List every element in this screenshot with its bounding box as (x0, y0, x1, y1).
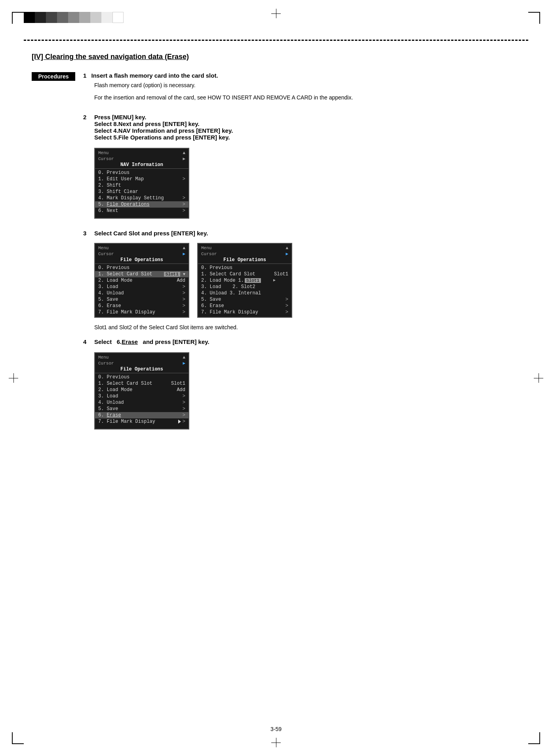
menu2a-header: File Operations (95, 257, 188, 264)
menu2a-item6: 6. Erase> (95, 303, 188, 309)
menu1-item4: 4. Mark Display Setting> (95, 195, 188, 201)
menu3-cursor: Cursor▶ (95, 360, 188, 366)
step2-number: 2 (83, 114, 91, 120)
menu2b-top: Menu▲ (198, 245, 291, 251)
menu2a-item7: 7. File Mark Display> (95, 309, 188, 315)
menu3-item3: 3. Load> (95, 393, 188, 399)
step4-block: 4 Select 6.Erase and press [ENTER] key. … (83, 338, 520, 433)
step4-number: 4 (83, 338, 91, 345)
step2-line1: Press [MENU] key. (94, 114, 233, 120)
menu2b-item7: 7. File Mark Display> (198, 309, 291, 315)
step2-line3: Select 4.NAV Information and press [ENTE… (94, 127, 233, 134)
menu1-item5-selected: 5. File Operations> (95, 201, 188, 208)
step3-note: Slot1 and Slot2 of the Select Card Slot … (94, 324, 520, 330)
menu-screenshot-2b: Menu▲ Cursor▶ File Operations 0. Previou… (197, 243, 292, 318)
menu2b-item4: 4. Unload 3. Internal (198, 290, 291, 296)
menu2a-item5: 5. Save> (95, 296, 188, 303)
step1-desc1: Flash memory card (option) is necessary. (94, 81, 520, 90)
crosshair-bottom (271, 738, 281, 747)
step3-title: Select Card Slot and press [ENTER] key. (94, 230, 208, 237)
color-bar (24, 12, 124, 23)
menu3-item1: 1. Select Card SlotSlot1 (95, 380, 188, 387)
step1-desc2: For the insertion and removal of the car… (94, 94, 520, 102)
step3-number: 3 (83, 230, 91, 237)
crosshair-left (9, 373, 18, 383)
menu-screenshot-1: Menu ▲ Cursor ▶ NAV Information 0. Previ… (94, 148, 189, 219)
menu2b-item5: 5. Save> (198, 296, 291, 303)
menu3-top: Menu▲ (95, 355, 188, 360)
step2-block: 2 Press [MENU] key. Select 8.Next and pr… (83, 114, 520, 222)
step1-number: 1 (83, 72, 86, 79)
menu2a-item4: 4. Unload> (95, 290, 188, 296)
step2-line2: Select 8.Next and press [ENTER] key. (94, 120, 233, 127)
menu1-cursor: Cursor ▶ (95, 156, 188, 162)
menu2a-item2: 2. Load ModeAdd (95, 277, 188, 284)
dashed-separator (24, 40, 528, 41)
crosshair-right (534, 373, 543, 383)
step1-row: Procedures 1 Insert a flash memory card … (32, 72, 520, 106)
menu2b-item0: 0. Previous (198, 265, 291, 271)
menu1-item1: 1. Edit User Map> (95, 176, 188, 182)
menu1-top: Menu ▲ (95, 150, 188, 156)
menu3-item2: 2. Load ModeAdd (95, 387, 188, 393)
corner-mark-bl (12, 732, 24, 744)
menu3-header: File Operations (95, 366, 188, 373)
menu2b-header: File Operations (198, 257, 291, 264)
corner-mark-br (528, 732, 540, 744)
crosshair-top (271, 9, 281, 18)
menu-screenshot-3: Menu▲ Cursor▶ File Operations 0. Previou… (94, 352, 189, 430)
menu1-item0: 0. Previous (95, 170, 188, 176)
step1-content: 1 Insert a flash memory card into the ca… (83, 72, 520, 106)
menu2b-cursor: Cursor▶ (198, 251, 291, 257)
step1-title: 1 Insert a flash memory card into the ca… (83, 72, 520, 79)
corner-mark-tr (528, 12, 540, 24)
menu3-item6-selected: 6. Erase> (95, 412, 188, 418)
section-title: [IV] Clearing the saved navigation data … (32, 53, 520, 61)
menu3-item4: 4. Unload> (95, 399, 188, 406)
step3-block: 3 Select Card Slot and press [ENTER] key… (83, 230, 520, 330)
corner-mark-tl (12, 12, 24, 24)
menu2a-item3: 3. Load> (95, 284, 188, 290)
procedures-badge: Procedures (32, 72, 75, 81)
menu1-item6: 6. Next> (95, 208, 188, 214)
menu2a-item0: 0. Previous (95, 265, 188, 271)
menu2b-item2: 2. Load Mode 1.Slot1 ▶ (198, 277, 291, 284)
menu2a-item1: 1. Select Card Slot Slot1 ▼ (95, 271, 188, 277)
menu1-item2: 2. Shift (95, 182, 188, 189)
page-number: 3-59 (270, 726, 282, 732)
menu1-item3: 3. Shift Clear (95, 189, 188, 195)
menu2a-cursor: Cursor▶ (95, 251, 188, 257)
main-content: [IV] Clearing the saved navigation data … (0, 53, 552, 433)
menu3-item5: 5. Save> (95, 406, 188, 412)
step2-line4: Select 5.File Operations and press [ENTE… (94, 134, 233, 141)
menu2a-top: Menu▲ (95, 245, 188, 251)
menu1-header: NAV Information (95, 162, 188, 169)
step2-content: Press [MENU] key. Select 8.Next and pres… (94, 114, 233, 141)
step4-title: Select 6.Erase and press [ENTER] key. (94, 338, 209, 345)
menu2b-item6: 6. Erase> (198, 303, 291, 309)
menu2b-item1: 1. Select Card SlotSlot1 (198, 271, 291, 277)
menu2b-item3: 3. Load 2. Slot2 (198, 284, 291, 290)
menu3-item7: 7. File Mark Display > (95, 418, 188, 425)
menu-screenshot-2a: Menu▲ Cursor▶ File Operations 0. Previou… (94, 243, 189, 318)
menu3-item0: 0. Previous (95, 374, 188, 380)
